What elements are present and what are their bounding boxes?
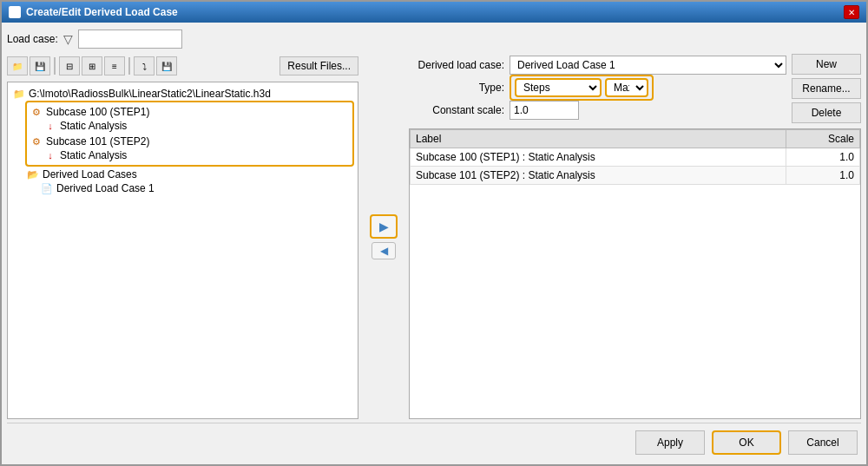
export-btn[interactable]: 💾	[156, 56, 177, 75]
tree-item-subcase100: ⚙ Subcase 100 (STEP1) ↓ Static Analysis	[29, 104, 351, 134]
static-analysis-101-row[interactable]: ↓ Static Analysis	[43, 148, 351, 162]
tree-item-subcase101: ⚙ Subcase 101 (STEP2) ↓ Static Analysis	[29, 134, 351, 163]
import-btn[interactable]: ⤵	[134, 56, 155, 75]
load-case-table: Label Scale Subcase 100 (STEP1) : Static…	[410, 129, 860, 185]
tree-container[interactable]: 📁 G:\lmoto\RadiossBulk\LinearStatic2\Lin…	[7, 82, 358, 419]
right-panel-top: Derived load case: Derived Load Case 1 T…	[409, 54, 861, 123]
separator-1	[54, 57, 56, 75]
derived-case1-icon: 📄	[41, 183, 53, 194]
constant-scale-row: Constant scale:	[409, 99, 786, 121]
highlight-box: ⚙ Subcase 100 (STEP1) ↓ Static Analysis	[25, 101, 354, 167]
right-arrow-icon: ▶	[379, 220, 389, 233]
type-field-label: Type:	[409, 82, 504, 94]
derived-case1-label: Derived Load Case 1	[56, 182, 155, 194]
save-btn[interactable]: 💾	[30, 56, 50, 75]
static-analysis-100-row[interactable]: ↓ Static Analysis	[43, 119, 351, 133]
derived-load-case-field-label: Derived load case:	[409, 59, 504, 71]
subcase101-label: Subcase 101 (STEP2)	[46, 135, 149, 148]
expand-btn[interactable]: ⊞	[82, 56, 102, 75]
subcase100-row[interactable]: ⚙ Subcase 100 (STEP1)	[29, 105, 351, 119]
top-bar: Load case: ▽	[7, 28, 861, 50]
window-title: Create/Edit Derived Load Case	[26, 6, 178, 18]
table-cell-scale-0: 1.0	[786, 148, 860, 167]
new-button[interactable]: New	[792, 54, 861, 75]
table-header-label: Label	[411, 130, 786, 148]
derived-load-case-row: Derived load case: Derived Load Case 1	[409, 54, 786, 76]
right-buttons: New Rename... Delete	[792, 54, 861, 123]
table-row[interactable]: Subcase 100 (STEP1) : Static Analysis 1.…	[411, 148, 860, 167]
cancel-button[interactable]: Cancel	[788, 430, 858, 455]
subcase101-icon: ⚙	[30, 136, 43, 148]
body-area: 📁 💾 ⊟ ⊞ ≡ ⤵ 💾 Result Files...	[7, 54, 861, 419]
root-path-label: G:\lmoto\RadiossBulk\LinearStatic2\Linea…	[29, 88, 271, 100]
tree-root-row[interactable]: 📁 G:\lmoto\RadiossBulk\LinearStatic2\Lin…	[11, 87, 354, 101]
static-analysis-100-icon: ↓	[44, 121, 56, 131]
open-btn[interactable]: 📁	[7, 56, 28, 75]
close-button[interactable]: ✕	[844, 5, 859, 19]
toolbar: 📁 💾 ⊟ ⊞ ≡ ⤵ 💾 Result Files...	[7, 54, 358, 78]
bottom-bar: Apply OK Cancel	[7, 423, 861, 459]
window-icon	[9, 6, 21, 18]
table-cell-scale-1: 1.0	[786, 167, 860, 185]
subcase101-row[interactable]: ⚙ Subcase 101 (STEP2)	[29, 135, 351, 148]
constant-scale-input[interactable]	[510, 101, 579, 120]
static-analysis-101-icon: ↓	[44, 150, 56, 161]
table-header-scale: Scale	[786, 130, 860, 148]
max-select[interactable]: Max	[605, 78, 648, 97]
constant-scale-label: Constant scale:	[409, 104, 504, 116]
main-content: Load case: ▽ 📁 💾 ⊟ ⊞ ≡ ⤵ 💾 Result	[2, 23, 866, 464]
subcase100-children: ↓ Static Analysis	[43, 119, 351, 133]
derived-load-case-select[interactable]: Derived Load Case 1	[510, 56, 786, 75]
left-arrow-icon: ◀	[380, 245, 388, 257]
derived-group-row[interactable]: 📂 Derived Load Cases	[25, 167, 354, 181]
title-bar-left: Create/Edit Derived Load Case	[9, 6, 178, 18]
table-cell-label-1: Subcase 101 (STEP2) : Static Analysis	[411, 167, 786, 185]
table-cell-label-0: Subcase 100 (STEP1) : Static Analysis	[411, 148, 786, 167]
load-case-input[interactable]	[78, 30, 182, 49]
type-select[interactable]: Steps	[515, 78, 602, 97]
static-analysis-101-label: Static Analysis	[60, 149, 127, 161]
tree-item-derived: 📂 Derived Load Cases 📄 Derived Load Case…	[25, 167, 354, 196]
add-to-right-button[interactable]: ▶	[370, 214, 398, 239]
static-analysis-100-label: Static Analysis	[60, 120, 127, 132]
derived-folder-icon: 📂	[27, 169, 39, 180]
subcase100-label: Subcase 100 (STEP1)	[46, 106, 149, 118]
delete-button[interactable]: Delete	[792, 102, 861, 123]
ok-button[interactable]: OK	[712, 430, 781, 455]
tool-btn3[interactable]: ≡	[104, 56, 125, 75]
derived-children: 📄 Derived Load Case 1	[39, 181, 354, 195]
subcase100-icon: ⚙	[30, 107, 43, 118]
result-files-button[interactable]: Result Files...	[279, 56, 358, 75]
title-bar: Create/Edit Derived Load Case ✕	[2, 2, 866, 23]
derived-group-label: Derived Load Cases	[43, 168, 137, 180]
apply-button[interactable]: Apply	[635, 430, 705, 455]
right-fields: Derived load case: Derived Load Case 1 T…	[409, 54, 786, 123]
filter-icon: ▽	[63, 32, 73, 46]
type-row: Type: Steps Max	[409, 76, 786, 99]
table-row[interactable]: Subcase 101 (STEP2) : Static Analysis 1.…	[411, 167, 860, 185]
table-container: Label Scale Subcase 100 (STEP1) : Static…	[409, 128, 861, 419]
rename-button[interactable]: Rename...	[792, 78, 861, 99]
derived-case1-row[interactable]: 📄 Derived Load Case 1	[39, 181, 354, 195]
load-case-label: Load case:	[7, 33, 58, 45]
main-window: Create/Edit Derived Load Case ✕ Load cas…	[0, 0, 868, 466]
middle-arrows: ▶ ◀	[362, 54, 405, 419]
separator-2	[128, 57, 130, 75]
type-wrapper: Steps Max	[510, 75, 654, 101]
collapse-btn[interactable]: ⊟	[59, 56, 80, 75]
right-panel: Derived load case: Derived Load Case 1 T…	[409, 54, 861, 419]
tree-children-root: ⚙ Subcase 100 (STEP1) ↓ Static Analysis	[25, 101, 354, 196]
root-folder-icon: 📁	[13, 89, 25, 100]
left-panel: 📁 💾 ⊟ ⊞ ≡ ⤵ 💾 Result Files...	[7, 54, 358, 419]
subcase101-children: ↓ Static Analysis	[43, 148, 351, 162]
remove-from-right-button[interactable]: ◀	[372, 242, 396, 259]
tree-root: 📁 G:\lmoto\RadiossBulk\LinearStatic2\Lin…	[11, 86, 354, 197]
